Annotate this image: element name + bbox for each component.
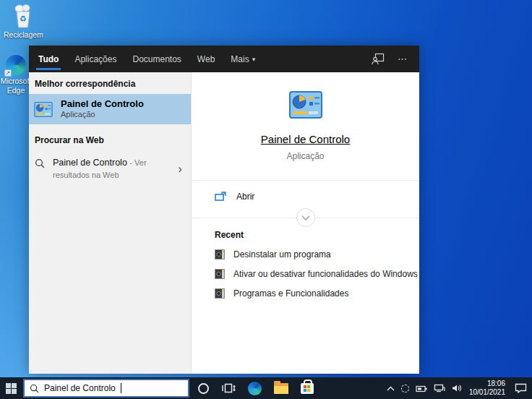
open-action[interactable]: Abrir xyxy=(192,181,419,212)
clock-date: 10/01/2021 xyxy=(469,388,505,398)
recent-header: Recent xyxy=(215,230,419,240)
programs-features-icon xyxy=(215,269,225,279)
search-input-value: Painel de Controlo xyxy=(44,383,116,393)
result-title: Painel de Controlo xyxy=(61,98,144,110)
more-options-icon[interactable]: ⋯ xyxy=(398,53,408,64)
action-center-icon[interactable] xyxy=(515,383,527,393)
search-icon xyxy=(35,158,45,168)
expand-chevron-button[interactable] xyxy=(296,208,315,227)
file-explorer-icon[interactable] xyxy=(274,383,288,394)
volume-icon[interactable] xyxy=(452,384,463,392)
recycle-bin-icon: ♻ xyxy=(11,3,35,29)
taskbar-clock[interactable]: 18:06 10/01/2021 xyxy=(469,379,505,398)
chevron-down-icon xyxy=(301,215,310,220)
windows-logo-icon xyxy=(6,383,17,394)
result-detail-pane: Painel de Controlo Aplicação Abrir xyxy=(192,72,419,374)
tray-app-icon[interactable] xyxy=(401,385,409,392)
tab-more[interactable]: Mais ▾ xyxy=(231,46,255,72)
divider xyxy=(192,218,419,218)
desktop-icon-microsoft-edge[interactable]: ↗ Microsoft Edge xyxy=(0,55,32,95)
recent-item-label: Programas e Funcionalidades xyxy=(233,288,348,299)
desktop-icon-label: Microsoft Edge xyxy=(0,77,32,95)
task-view-icon[interactable] xyxy=(221,382,236,394)
recent-item-label: Desinstalar um programa xyxy=(233,249,331,259)
text-caret xyxy=(121,383,121,393)
search-results-list: Melhor correspondência Painel de Control… xyxy=(29,72,192,374)
open-icon xyxy=(215,192,226,202)
microsoft-store-icon[interactable] xyxy=(301,383,314,394)
web-search-header: Procurar na Web xyxy=(29,124,191,150)
best-match-header: Melhor correspondência xyxy=(29,72,191,94)
search-filter-tabbar: Tudo Aplicações Documentos Web Mais ▾ ⋯ xyxy=(29,46,419,72)
open-label: Abrir xyxy=(236,192,254,202)
programs-features-icon xyxy=(215,288,225,299)
shortcut-arrow-icon: ↗ xyxy=(4,69,12,77)
result-control-panel[interactable]: Painel de Controlo Aplicação xyxy=(29,94,191,124)
svg-text:♻: ♻ xyxy=(20,14,27,23)
control-panel-icon xyxy=(34,102,53,117)
recent-section: Recent Desinstalar um programa xyxy=(192,218,419,299)
taskbar-search-box[interactable]: Painel de Controlo xyxy=(23,379,189,398)
chevron-down-icon: ▾ xyxy=(252,56,256,63)
taskbar: Painel de Controlo xyxy=(0,377,532,399)
web-suggestion-text: Painel de Controlo - Ver resultados na W… xyxy=(53,157,163,181)
recent-item-label: Ativar ou desativar funcionalidades do W… xyxy=(233,269,418,279)
web-search-suggestion[interactable]: Painel de Controlo - Ver resultados na W… xyxy=(29,150,191,187)
tab-documents[interactable]: Documentos xyxy=(132,46,181,72)
desktop-icon-label: Reciclagem xyxy=(4,30,43,40)
feedback-icon[interactable] xyxy=(372,53,385,65)
tab-web[interactable]: Web xyxy=(197,46,215,72)
tab-all[interactable]: Tudo xyxy=(38,46,59,72)
detail-hero: Painel de Controlo Aplicação xyxy=(192,72,419,181)
programs-features-icon xyxy=(215,249,225,259)
chevron-right-icon[interactable]: › xyxy=(178,163,185,175)
edge-taskbar-icon[interactable] xyxy=(248,382,262,395)
cortana-icon[interactable] xyxy=(198,383,209,394)
desktop-icon-recycle-bin[interactable]: ♻ Reciclagem xyxy=(4,3,43,40)
network-icon[interactable] xyxy=(434,384,445,392)
search-icon xyxy=(30,384,39,393)
detail-title[interactable]: Painel de Controlo xyxy=(261,133,350,145)
result-subtitle: Aplicação xyxy=(61,110,144,120)
show-hidden-icons-chevron[interactable] xyxy=(387,386,395,391)
recent-item[interactable]: Ativar ou desativar funcionalidades do W… xyxy=(215,269,419,279)
detail-subtitle: Aplicação xyxy=(192,151,419,161)
start-button[interactable] xyxy=(0,377,22,399)
battery-icon[interactable] xyxy=(416,385,427,392)
search-flyout: Tudo Aplicações Documentos Web Mais ▾ ⋯ … xyxy=(29,46,419,374)
clock-time: 18:06 xyxy=(469,379,505,389)
recent-item[interactable]: Programas e Funcionalidades xyxy=(215,288,419,299)
control-panel-icon-large xyxy=(289,91,322,119)
recent-item[interactable]: Desinstalar um programa xyxy=(215,249,419,259)
tab-apps[interactable]: Aplicações xyxy=(74,46,116,72)
edge-logo-icon: ↗ xyxy=(6,55,26,75)
